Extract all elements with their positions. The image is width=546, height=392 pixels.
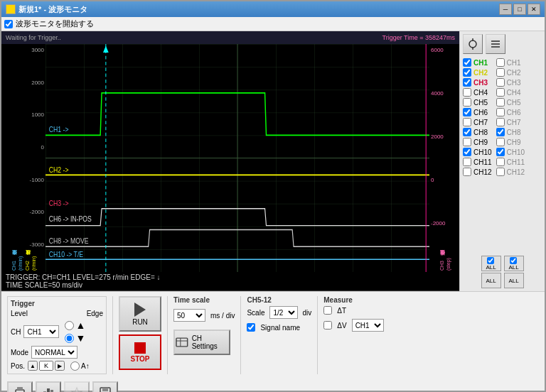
ch12r-row: CH12 — [496, 168, 525, 176]
delta-v-checkbox[interactable] — [323, 321, 332, 330]
ch8r-checkbox[interactable] — [496, 128, 505, 136]
delta-v-ch-select[interactable]: CH1CH2 — [352, 319, 384, 332]
all-btn-empty-left[interactable]: ALL — [481, 273, 501, 288]
ch512-scale-row: Scale 1/21/41/81 div — [247, 306, 311, 319]
chart-icon — [41, 386, 55, 392]
scope-icon-btn[interactable] — [463, 34, 483, 54]
delta-t-checkbox[interactable] — [323, 306, 332, 315]
ch-col-right: CH1 CH2 CH3 CH4 — [496, 58, 525, 253]
pos-label: Pos. — [11, 362, 25, 370]
svg-text:CH8 -> MOVE: CH8 -> MOVE — [49, 236, 89, 245]
ch10r-row: CH10 — [496, 148, 525, 156]
right-axis-val-2: 4000 — [431, 90, 445, 97]
svg-text:CH1 ->: CH1 -> — [49, 125, 69, 134]
all-btn-empty-right[interactable]: ALL — [504, 273, 524, 288]
pos-input[interactable] — [39, 361, 53, 371]
ch10r-checkbox[interactable] — [496, 148, 505, 156]
ch12-checkbox[interactable] — [463, 168, 471, 176]
monitor-checkbox[interactable] — [4, 20, 13, 28]
icon-btn-2[interactable] — [36, 381, 61, 392]
ch512-scale-select[interactable]: 1/21/41/81 — [269, 306, 298, 319]
left-axis-val-1: 3000 — [30, 47, 44, 53]
icon-btn-1[interactable] — [7, 381, 33, 392]
waveform-svg: CH1 -> CH2 -> CH3 -> CH6 -> IN-POS CH8 -… — [46, 44, 429, 272]
ch9r-row: CH9 — [496, 138, 525, 146]
svg-rect-19 — [491, 46, 500, 48]
icon-btn-3[interactable] — [64, 381, 90, 392]
svg-rect-27 — [47, 388, 50, 392]
ch2r-checkbox[interactable] — [496, 68, 505, 77]
ch9-label: CH9 — [473, 138, 488, 146]
time-scale-select[interactable]: 501020100 — [173, 309, 205, 322]
ch9-checkbox[interactable] — [463, 138, 471, 146]
svg-rect-20 — [176, 338, 188, 347]
scope-header: Waiting for Trigger.. Trigger Time = 358… — [1, 31, 459, 44]
run-button[interactable]: RUN — [119, 296, 161, 332]
ch-settings-button[interactable]: CH Settings — [173, 330, 230, 355]
ch-select[interactable]: CH1CH2 — [23, 325, 59, 338]
ch5-checkbox[interactable] — [463, 98, 471, 107]
ch7r-checkbox[interactable] — [496, 118, 505, 126]
mode-select[interactable]: NORMALAUTOSINGLE — [31, 346, 77, 359]
edge-any-radio[interactable]: A↑ — [70, 361, 90, 371]
svg-point-14 — [469, 40, 476, 48]
right-axis-val-1: 6000 — [431, 47, 445, 53]
ch7r-label: CH7 — [507, 119, 521, 126]
pos-right-btn[interactable]: ▶ — [55, 361, 65, 371]
edge-down-radio[interactable]: ▼ — [65, 332, 85, 344]
sep2 — [167, 296, 168, 374]
ch5r-checkbox[interactable] — [496, 98, 505, 107]
ch6r-row: CH6 — [496, 108, 525, 116]
ch8-checkbox[interactable] — [463, 128, 471, 136]
ch3-checkbox[interactable] — [463, 78, 471, 87]
all-btn-check-left[interactable]: ALL — [481, 256, 501, 271]
ch11-checkbox[interactable] — [463, 158, 471, 166]
ch3r-row: CH3 — [496, 78, 525, 87]
ch6-label: CH6 — [473, 109, 488, 116]
stop-button[interactable]: STOP — [119, 334, 161, 370]
ch11r-checkbox[interactable] — [496, 158, 505, 166]
list-icon-btn[interactable] — [486, 34, 505, 54]
icon-btn-4[interactable] — [92, 381, 118, 392]
run-label: RUN — [132, 318, 148, 326]
ch512-group: CH5-12 Scale 1/21/41/81 div Signal name — [247, 296, 311, 332]
ch2-axis-label: CH2 検出速度(r/min) — [24, 251, 36, 271]
ch3-label: CH3 — [473, 79, 488, 87]
all-btn-check-right[interactable]: ALL — [504, 256, 524, 271]
ch6-row: CH6 — [463, 108, 492, 116]
ch10-row: CH10 — [463, 148, 492, 156]
ch12r-checkbox[interactable] — [496, 168, 505, 176]
minimize-button[interactable]: ─ — [499, 4, 512, 15]
close-button[interactable]: ✕ — [528, 4, 540, 15]
ch1-checkbox[interactable] — [463, 58, 471, 67]
waveform-grid[interactable]: CH1 -> CH2 -> CH3 -> CH6 -> IN-POS CH8 -… — [46, 44, 429, 272]
ch5-label: CH5 — [473, 99, 488, 107]
ch1-axis-label: CH1 指令速度(r/min) — [11, 251, 23, 271]
ch6-checkbox[interactable] — [463, 108, 471, 116]
left-axis-val-6: -2000 — [30, 209, 44, 215]
ch3r-checkbox[interactable] — [496, 78, 505, 87]
ch3r-label: CH3 — [507, 79, 521, 87]
bottom-buttons — [1, 379, 545, 392]
main-window: 新規1* - 波形モニタ ─ □ ✕ 波形モニタを開始する Waiting fo… — [0, 0, 546, 392]
ch2-checkbox[interactable] — [463, 68, 471, 77]
ch9r-checkbox[interactable] — [496, 138, 505, 146]
monitor-enable-checkbox[interactable]: 波形モニタを開始する — [4, 18, 94, 29]
run-play-icon — [134, 303, 146, 317]
ch4-checkbox[interactable] — [463, 88, 471, 97]
time-unit: ms / div — [210, 312, 235, 320]
pos-up-btn[interactable]: ▲ — [28, 361, 38, 371]
edge-up-radio[interactable]: ▲ — [65, 320, 85, 331]
sep3 — [240, 296, 241, 374]
signal-name-checkbox[interactable] — [247, 323, 255, 332]
signal-name-label: Signal name — [260, 324, 300, 332]
ch4r-checkbox[interactable] — [496, 88, 505, 97]
ch6r-checkbox[interactable] — [496, 108, 505, 116]
ch10-checkbox[interactable] — [463, 148, 471, 156]
ch8-label: CH8 — [473, 129, 488, 136]
edge-label: Edge — [87, 310, 103, 317]
ch7-checkbox[interactable] — [463, 118, 471, 126]
maximize-button[interactable]: □ — [513, 4, 526, 15]
ch1r-checkbox[interactable] — [496, 58, 505, 67]
all-label-2: ALL — [486, 278, 496, 284]
